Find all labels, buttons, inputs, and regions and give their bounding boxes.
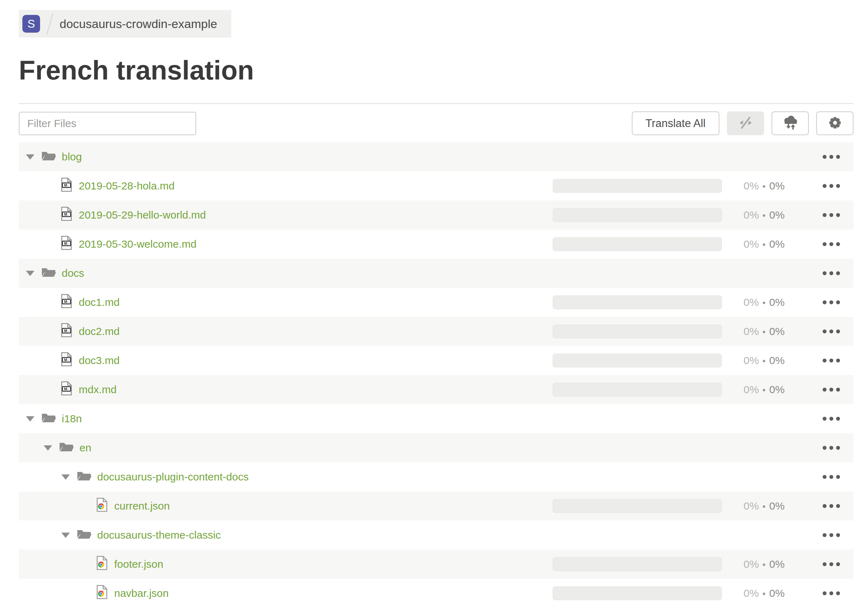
file-name-link[interactable]: 2019-05-29-hello-world.md (79, 209, 206, 221)
progress-percentages: 0%•0% (744, 500, 785, 512)
row-context-menu-button[interactable] (823, 268, 840, 279)
folder-icon (77, 470, 97, 484)
file-name-link[interactable]: doc3.md (79, 355, 119, 366)
translated-percent: 0% (744, 325, 759, 337)
translated-percent: 0% (744, 558, 759, 570)
file-name-link[interactable]: current.json (114, 500, 170, 512)
folder-icon (77, 529, 97, 542)
progress-bar (553, 325, 722, 338)
row-context-menu-button[interactable] (823, 443, 840, 454)
progress-bar (553, 208, 722, 222)
folder-name-link[interactable]: i18n (62, 413, 82, 425)
file-name-link[interactable]: 2019-05-28-hola.md (79, 180, 174, 192)
markdown-file-icon: M↓ (61, 206, 79, 223)
row-context-menu-button[interactable] (823, 413, 840, 424)
svg-text:M↓: M↓ (64, 329, 69, 333)
progress-bar (553, 295, 722, 310)
progress-percentages: 0%•0% (744, 180, 785, 192)
filter-files-input[interactable] (19, 112, 196, 135)
progress-percentages: 0%•0% (744, 238, 785, 250)
settings-button[interactable] (816, 112, 854, 135)
progress-percentages: 0%•0% (744, 296, 785, 308)
folder-row: docs (19, 259, 854, 288)
translated-percent: 0% (744, 355, 759, 366)
svg-text:M↓: M↓ (64, 358, 69, 362)
translate-all-button[interactable]: Translate All (632, 112, 719, 135)
eye-off-icon (738, 115, 754, 132)
percent-separator-dot: • (762, 297, 766, 308)
percent-separator-dot: • (762, 501, 766, 512)
file-row: M↓2019-05-30-welcome.md0%•0% (19, 229, 854, 259)
file-row: navbar.json0%•0% (19, 579, 854, 608)
folder-row: docusaurus-theme-classic (19, 520, 854, 550)
progress-percentages: 0%•0% (744, 325, 785, 338)
file-row: M↓doc2.md0%•0% (19, 317, 854, 346)
markdown-file-icon: M↓ (61, 236, 79, 253)
folder-icon (41, 412, 62, 426)
row-context-menu-button[interactable] (823, 326, 840, 337)
collapse-arrow-icon[interactable] (61, 475, 70, 480)
progress-percentages: 0%•0% (744, 209, 785, 221)
approved-percent: 0% (769, 558, 784, 570)
file-row: M↓mdx.md0%•0% (19, 375, 854, 404)
file-row: footer.json0%•0% (19, 550, 854, 579)
row-context-menu-button[interactable] (823, 210, 840, 221)
row-context-menu-button[interactable] (823, 151, 840, 162)
collapse-arrow-icon[interactable] (26, 416, 35, 421)
row-context-menu-button[interactable] (823, 471, 840, 482)
folder-name-link[interactable]: blog (62, 151, 82, 163)
row-context-menu-button[interactable] (823, 384, 840, 395)
folder-name-link[interactable]: docusaurus-plugin-content-docs (97, 471, 249, 483)
file-name-link[interactable]: footer.json (114, 558, 163, 570)
percent-separator-dot: • (762, 181, 766, 192)
hide-completed-toggle-button[interactable] (727, 112, 764, 135)
breadcrumb[interactable]: S docusaurus-crowdin-example (19, 10, 231, 38)
row-context-menu-button[interactable] (823, 239, 840, 250)
row-context-menu-button[interactable] (823, 588, 840, 599)
row-context-menu-button[interactable] (823, 501, 840, 512)
progress-percentages: 0%•0% (744, 355, 785, 366)
approved-percent: 0% (769, 238, 784, 250)
sync-files-button[interactable] (771, 112, 809, 135)
folder-name-link[interactable]: en (80, 442, 91, 454)
file-name-link[interactable]: navbar.json (114, 587, 168, 599)
translated-percent: 0% (744, 209, 759, 221)
folder-name-link[interactable]: docs (62, 267, 84, 279)
row-context-menu-button[interactable] (823, 530, 840, 541)
percent-separator-dot: • (762, 210, 766, 221)
progress-bar (553, 558, 722, 571)
folder-name-link[interactable]: docusaurus-theme-classic (97, 529, 221, 541)
svg-text:M↓: M↓ (64, 242, 69, 245)
row-context-menu-button[interactable] (823, 297, 840, 308)
percent-separator-dot: • (762, 588, 766, 599)
progress-bar (553, 586, 722, 600)
collapse-arrow-icon[interactable] (26, 271, 35, 276)
row-context-menu-button[interactable] (823, 181, 840, 192)
progress-percentages: 0%•0% (744, 383, 785, 396)
collapse-arrow-icon[interactable] (61, 533, 70, 538)
toolbar: Translate All (19, 112, 854, 135)
file-name-link[interactable]: mdx.md (79, 383, 117, 396)
file-name-link[interactable]: 2019-05-30-welcome.md (79, 238, 196, 250)
folder-icon (59, 442, 80, 454)
project-logo[interactable]: S (22, 15, 40, 33)
row-context-menu-button[interactable] (823, 355, 840, 366)
file-row: M↓doc1.md0%•0% (19, 288, 854, 317)
approved-percent: 0% (769, 180, 784, 192)
file-name-link[interactable]: doc1.md (79, 296, 119, 308)
json-file-icon (96, 498, 114, 514)
section-divider (19, 103, 854, 104)
file-name-link[interactable]: doc2.md (79, 325, 119, 338)
collapse-arrow-icon[interactable] (26, 154, 35, 160)
json-file-icon (96, 585, 114, 602)
collapse-arrow-icon[interactable] (44, 445, 52, 451)
folder-row: blog (19, 142, 854, 171)
approved-percent: 0% (769, 500, 784, 512)
progress-bar (553, 179, 722, 193)
approved-percent: 0% (769, 209, 784, 221)
percent-separator-dot: • (762, 559, 766, 570)
progress-percentages: 0%•0% (744, 558, 785, 570)
folder-row: en (19, 433, 854, 462)
row-context-menu-button[interactable] (823, 559, 840, 570)
breadcrumb-project-name[interactable]: docusaurus-crowdin-example (60, 17, 217, 31)
